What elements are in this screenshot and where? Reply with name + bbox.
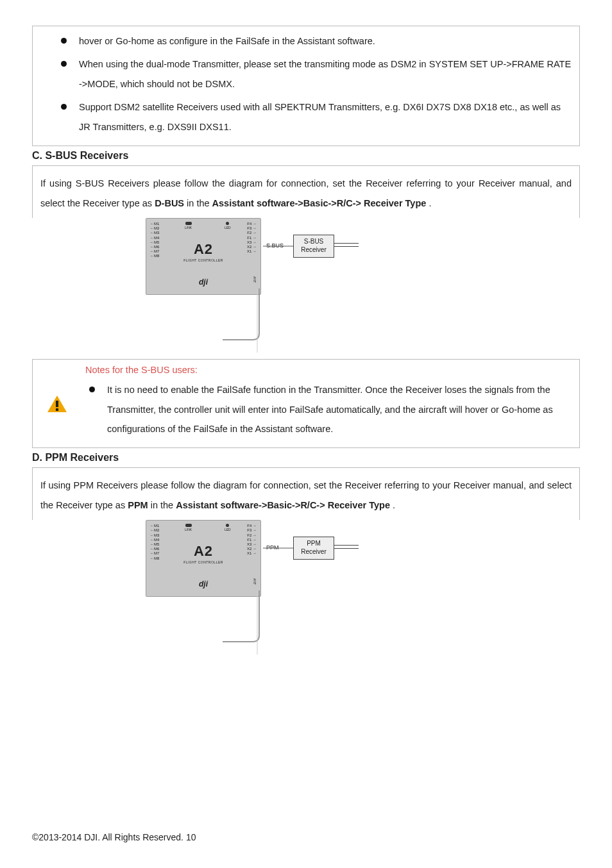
recv-line1: PPM bbox=[307, 540, 321, 547]
f-label: F4 → bbox=[247, 222, 257, 226]
f-label: F3 → bbox=[247, 226, 257, 231]
f-label: X3 → bbox=[247, 240, 257, 245]
svg-rect-1 bbox=[56, 401, 58, 407]
unit-subtitle: FLIGHT CONTROLLER bbox=[183, 560, 223, 564]
flight-controller-unit: ←M1 ←M2 ←M3 ←M4 ←M5 ←M6 ←M7 ←M8 LINK LED… bbox=[146, 218, 261, 295]
recv-line2: Receiver bbox=[301, 246, 326, 253]
bold-run: Assistant software->Basic->R/C-> Receive… bbox=[212, 198, 427, 208]
f-label: F1 → bbox=[247, 538, 257, 542]
f-label: F2 → bbox=[247, 231, 257, 235]
led-indicator: LED bbox=[225, 222, 231, 230]
m-label: ←M4 bbox=[150, 236, 159, 240]
f-label: F3 → bbox=[247, 528, 257, 533]
section-d-lead: If using PPM Receivers please follow the… bbox=[40, 476, 572, 515]
recv-line1: S-BUS bbox=[304, 238, 324, 245]
port-label: S.BUS bbox=[266, 242, 284, 249]
section-c-lead: If using S-BUS Receivers please follow t… bbox=[40, 174, 572, 213]
top-bullet: When using the dual-mode Transmitter, pl… bbox=[79, 54, 572, 94]
text-run: in the bbox=[151, 500, 176, 510]
port-label: PPM bbox=[266, 544, 279, 551]
sbus-receiver-box: S-BUS Receiver bbox=[293, 235, 334, 258]
bold-run: PPM bbox=[128, 500, 148, 510]
ant-label: ANT bbox=[253, 276, 257, 283]
section-c-heading: C. S-BUS Receivers bbox=[32, 150, 580, 162]
ant-label: ANT bbox=[253, 578, 257, 585]
brand-logo: dji bbox=[199, 278, 208, 287]
warning-icon bbox=[46, 394, 68, 413]
text-run: . bbox=[429, 198, 431, 208]
antenna-lines bbox=[334, 240, 359, 240]
m-label: ←M6 bbox=[150, 245, 159, 249]
sbus-diagram: ←M1 ←M2 ←M3 ←M4 ←M5 ←M6 ←M7 ←M8 LINK LED… bbox=[126, 218, 486, 353]
m-label: ←M1 bbox=[150, 222, 159, 226]
f-label: F2 → bbox=[247, 533, 257, 538]
f-label: F1 → bbox=[247, 236, 257, 240]
m-label: ←M3 bbox=[150, 533, 159, 538]
text-run: in the bbox=[187, 198, 212, 208]
m-label: ←M2 bbox=[150, 226, 159, 231]
bold-run: Assistant software->Basic->R/C-> Receive… bbox=[176, 500, 390, 510]
m-label: ←M5 bbox=[150, 240, 159, 245]
unit-subtitle: FLIGHT CONTROLLER bbox=[183, 258, 223, 262]
flight-controller-unit: ←M1 ←M2 ←M3 ←M4 ←M5 ←M6 ←M7 ←M8 LINK LED… bbox=[146, 520, 261, 597]
link-indicator: LINK bbox=[185, 524, 192, 531]
recv-line2: Receiver bbox=[301, 548, 326, 555]
f-label: F4 → bbox=[247, 524, 257, 528]
ppm-diagram: ←M1 ←M2 ←M3 ←M4 ←M5 ←M6 ←M7 ←M8 LINK LED… bbox=[126, 520, 486, 655]
m-label: ←M6 bbox=[150, 547, 159, 551]
antenna-lines bbox=[334, 542, 359, 542]
ppm-receiver-box: PPM Receiver bbox=[293, 537, 334, 560]
f-label: X3 → bbox=[247, 542, 257, 547]
m-label: ←M3 bbox=[150, 231, 159, 235]
m-label: ←M8 bbox=[150, 254, 159, 258]
top-notes-box: hover or Go-home as configure in the Fai… bbox=[32, 26, 580, 146]
sbus-notes-box: Notes for the S-BUS users: It is no need… bbox=[32, 359, 580, 448]
m-label: ←M7 bbox=[150, 249, 159, 254]
m-label: ←M7 bbox=[150, 551, 159, 556]
f-label: X1 → bbox=[247, 551, 257, 556]
m-label: ←M8 bbox=[150, 556, 159, 561]
top-bullet: hover or Go-home as configure in the Fai… bbox=[79, 31, 572, 51]
f-label: X1 → bbox=[247, 249, 257, 254]
sbus-notes-title: Notes for the S-BUS users: bbox=[85, 365, 572, 375]
top-bullet: Support DSM2 satellite Receivers used wi… bbox=[79, 97, 572, 137]
m-label: ←M1 bbox=[150, 524, 159, 528]
brand-logo: dji bbox=[199, 580, 208, 588]
m-label: ←M4 bbox=[150, 538, 159, 542]
f-label: X2 → bbox=[247, 245, 257, 249]
m-label: ←M2 bbox=[150, 528, 159, 533]
bold-run: D-BUS bbox=[155, 198, 184, 208]
svg-rect-2 bbox=[56, 408, 58, 411]
link-indicator: LINK bbox=[185, 222, 192, 230]
unit-model: A2 bbox=[194, 543, 213, 560]
led-indicator: LED bbox=[225, 524, 231, 531]
text-run: . bbox=[393, 500, 395, 510]
page-footer: ©2013-2014 DJI. All Rights Reserved. 10 bbox=[32, 832, 196, 842]
unit-model: A2 bbox=[194, 241, 213, 258]
m-label: ←M5 bbox=[150, 542, 159, 547]
section-d-heading: D. PPM Receivers bbox=[32, 452, 580, 463]
sbus-notes-bullet: It is no need to enable the FailSafe fun… bbox=[107, 380, 572, 438]
f-label: X2 → bbox=[247, 547, 257, 551]
